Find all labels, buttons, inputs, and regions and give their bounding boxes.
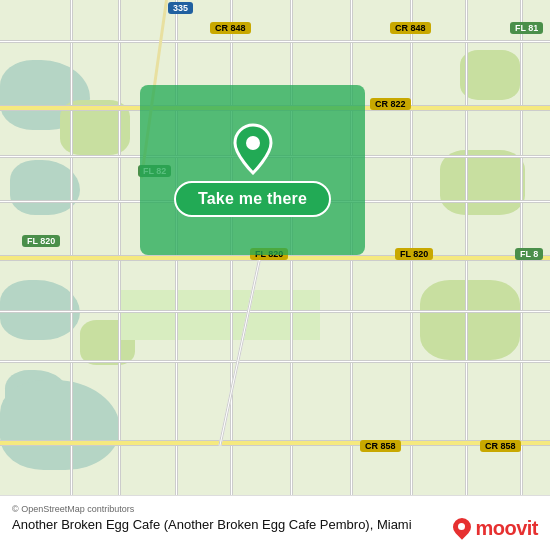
road-v-520 — [520, 0, 523, 550]
road-h-40 — [0, 40, 550, 43]
badge-fl820-far: FL 8 — [515, 248, 543, 260]
map-container: CR 848 CR 848 FL 81 CR 822 FL 82 FL 820 … — [0, 0, 550, 550]
badge-fl820-right: FL 820 — [395, 248, 433, 260]
badge-fl820-left: FL 820 — [22, 235, 60, 247]
location-pin-icon — [233, 123, 273, 175]
road-v-118 — [118, 0, 121, 550]
location-row: Another Broken Egg Cafe (Another Broken … — [12, 517, 538, 540]
svg-point-0 — [246, 136, 260, 150]
road-v-350 — [350, 0, 353, 550]
badge-cr848-right: CR 848 — [390, 22, 431, 34]
green-area-3 — [440, 150, 525, 215]
road-h-310 — [0, 310, 550, 313]
badge-cr848-left: CR 848 — [210, 22, 251, 34]
bottom-bar: © OpenStreetMap contributors Another Bro… — [0, 495, 550, 550]
highlight-box: Take me there — [140, 85, 365, 255]
road-v-410 — [410, 0, 413, 550]
road-v-290 — [290, 0, 293, 550]
road-h-440-cr858 — [0, 440, 550, 446]
badge-cr822: CR 822 — [370, 98, 411, 110]
road-v-70 — [70, 0, 73, 550]
take-me-there-button[interactable]: Take me there — [174, 181, 331, 217]
attribution-text: © OpenStreetMap contributors — [12, 504, 538, 514]
badge-335: 335 — [168, 2, 193, 14]
moovit-text: moovit — [475, 517, 538, 540]
badge-fl81: FL 81 — [510, 22, 543, 34]
road-h-360 — [0, 360, 550, 363]
badge-cr858-right: CR 858 — [480, 440, 521, 452]
road-v-175 — [175, 0, 178, 550]
road-v-230 — [230, 0, 233, 550]
green-area-5 — [420, 280, 520, 360]
moovit-pin-icon — [453, 518, 471, 540]
road-v-465 — [465, 0, 468, 550]
green-area-4 — [460, 50, 520, 100]
badge-cr858-left: CR 858 — [360, 440, 401, 452]
moovit-logo: moovit — [453, 517, 538, 540]
location-name: Another Broken Egg Cafe (Another Broken … — [12, 517, 443, 534]
